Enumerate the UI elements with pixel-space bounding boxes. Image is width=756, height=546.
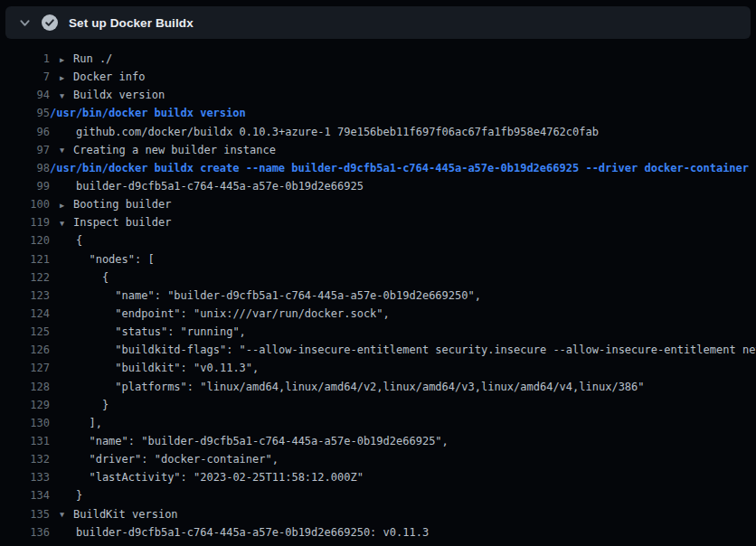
log-line: 99builder-d9cfb5a1-c764-445a-a57e-0b19d2… bbox=[0, 177, 756, 195]
log-text: ], bbox=[76, 417, 102, 429]
group-expand-icon[interactable]: ▶ bbox=[60, 196, 73, 214]
line-number[interactable]: 129 bbox=[0, 396, 50, 414]
log-text: Buildx version bbox=[73, 89, 165, 101]
log-line: 131 "name": "builder-d9cfb5a1-c764-445a-… bbox=[0, 432, 756, 450]
log-line: 130 ], bbox=[0, 414, 756, 432]
log-group-header[interactable]: 94▼Buildx version bbox=[0, 86, 756, 104]
log-group-header[interactable]: 7▶Docker info bbox=[0, 68, 756, 86]
log-line: 129 } bbox=[0, 396, 756, 414]
line-number[interactable]: 97 bbox=[0, 141, 50, 159]
log-text: Run ./ bbox=[73, 52, 112, 65]
log-text: /usr/bin/docker buildx create --name bui… bbox=[50, 162, 749, 174]
line-number[interactable]: 120 bbox=[0, 231, 50, 249]
line-number[interactable]: 7 bbox=[0, 68, 50, 86]
log-text: { bbox=[76, 271, 109, 284]
log-text: Booting builder bbox=[73, 198, 171, 211]
line-number[interactable]: 96 bbox=[0, 123, 50, 141]
chevron-down-icon bbox=[19, 17, 31, 29]
line-number[interactable]: 126 bbox=[0, 341, 50, 359]
line-number[interactable]: 95 bbox=[0, 104, 50, 122]
line-number[interactable]: 131 bbox=[0, 432, 50, 450]
group-expand-icon[interactable]: ▶ bbox=[60, 51, 73, 69]
line-number[interactable]: 98 bbox=[0, 159, 50, 177]
log-line: 133 "lastActivity": "2023-02-25T11:58:12… bbox=[0, 468, 756, 486]
line-number[interactable]: 136 bbox=[0, 523, 50, 541]
log-text: /usr/bin/docker buildx version bbox=[50, 107, 246, 119]
line-number[interactable]: 99 bbox=[0, 177, 50, 195]
log-text: "nodes": [ bbox=[76, 253, 155, 266]
log-line: 132 "driver": "docker-container", bbox=[0, 450, 756, 468]
line-number[interactable]: 125 bbox=[0, 323, 50, 341]
line-number[interactable]: 94 bbox=[0, 86, 50, 104]
log-group-header[interactable]: 119▼Inspect builder bbox=[0, 213, 756, 231]
line-number[interactable]: 119 bbox=[0, 213, 50, 231]
log-line: 124 "endpoint": "unix:///var/run/docker.… bbox=[0, 305, 756, 323]
log-line: 134} bbox=[0, 486, 756, 504]
log-text: builder-d9cfb5a1-c764-445a-a57e-0b19d2e6… bbox=[76, 526, 429, 539]
log-text: Creating a new builder instance bbox=[73, 144, 276, 156]
log-text: "name": "builder-d9cfb5a1-c764-445a-a57e… bbox=[76, 435, 449, 447]
line-number[interactable]: 122 bbox=[0, 268, 50, 287]
log-line: 123 "name": "builder-d9cfb5a1-c764-445a-… bbox=[0, 287, 756, 305]
group-collapse-icon[interactable]: ▼ bbox=[60, 214, 73, 232]
log-line: 128 "platforms": "linux/amd64,linux/amd6… bbox=[0, 378, 756, 396]
log-line: 127 "buildkit": "v0.11.3", bbox=[0, 359, 756, 377]
step-title: Set up Docker Buildx bbox=[69, 16, 194, 30]
log-line: 95/usr/bin/docker buildx version bbox=[0, 104, 756, 122]
log-group-header[interactable]: 97▼Creating a new builder instance bbox=[0, 141, 756, 159]
status-badge bbox=[42, 14, 58, 31]
log-group-header[interactable]: 1▶Run ./ bbox=[0, 50, 756, 68]
line-number[interactable]: 1 bbox=[0, 50, 50, 68]
line-number[interactable]: 132 bbox=[0, 450, 50, 468]
check-circle-icon bbox=[42, 14, 58, 31]
group-collapse-icon[interactable]: ▼ bbox=[60, 505, 73, 523]
log-text: "driver": "docker-container", bbox=[76, 453, 279, 466]
log-line: 125 "status": "running", bbox=[0, 323, 756, 341]
line-number[interactable]: 124 bbox=[0, 305, 50, 323]
line-number[interactable]: 130 bbox=[0, 414, 50, 432]
log-line: 136builder-d9cfb5a1-c764-445a-a57e-0b19d… bbox=[0, 523, 756, 541]
line-number[interactable]: 135 bbox=[0, 505, 50, 523]
log-line: 120{ bbox=[0, 231, 756, 249]
log-text: "endpoint": "unix:///var/run/docker.sock… bbox=[76, 307, 390, 320]
log-viewer[interactable]: 1▶Run ./7▶Docker info94▼Buildx version95… bbox=[0, 39, 756, 546]
log-text: "buildkitd-flags": "--allow-insecure-ent… bbox=[76, 344, 756, 356]
step-header[interactable]: Set up Docker Buildx bbox=[5, 6, 751, 39]
collapse-step-button[interactable] bbox=[11, 6, 38, 39]
log-text: "buildkit": "v0.11.3", bbox=[76, 362, 259, 374]
log-text: "name": "builder-d9cfb5a1-c764-445a-a57e… bbox=[76, 289, 481, 302]
log-text: "platforms": "linux/amd64,linux/amd64/v2… bbox=[76, 381, 645, 393]
log-group-header[interactable]: 100▶Booting builder bbox=[0, 195, 756, 213]
log-text: } bbox=[76, 399, 109, 411]
line-number[interactable]: 123 bbox=[0, 287, 50, 305]
log-text: github.com/docker/buildx 0.10.3+azure-1 … bbox=[76, 126, 599, 138]
log-text: "status": "running", bbox=[76, 325, 246, 338]
line-number[interactable]: 134 bbox=[0, 486, 50, 504]
log-text: } bbox=[76, 489, 82, 502]
line-number[interactable]: 100 bbox=[0, 195, 50, 213]
line-number[interactable]: 133 bbox=[0, 468, 50, 486]
log-text: builder-d9cfb5a1-c764-445a-a57e-0b19d2e6… bbox=[76, 180, 364, 193]
group-collapse-icon[interactable]: ▼ bbox=[60, 87, 73, 105]
line-number[interactable]: 121 bbox=[0, 250, 50, 268]
log-line: 98/usr/bin/docker buildx create --name b… bbox=[0, 159, 756, 177]
line-number[interactable]: 127 bbox=[0, 359, 50, 377]
group-collapse-icon[interactable]: ▼ bbox=[60, 141, 73, 159]
line-number[interactable]: 128 bbox=[0, 378, 50, 396]
log-text: "lastActivity": "2023-02-25T11:58:12.000… bbox=[76, 471, 364, 484]
log-line: 122 { bbox=[0, 268, 756, 287]
log-group-header[interactable]: 135▼BuildKit version bbox=[0, 505, 756, 523]
log-line: 121 "nodes": [ bbox=[0, 250, 756, 268]
log-line: 126 "buildkitd-flags": "--allow-insecure… bbox=[0, 341, 756, 359]
log-text: Inspect builder bbox=[73, 216, 171, 229]
log-line: 96github.com/docker/buildx 0.10.3+azure-… bbox=[0, 123, 756, 141]
log-text: BuildKit version bbox=[73, 508, 178, 521]
group-expand-icon[interactable]: ▶ bbox=[60, 69, 73, 87]
log-text: Docker info bbox=[73, 71, 145, 83]
log-text: { bbox=[76, 234, 82, 247]
